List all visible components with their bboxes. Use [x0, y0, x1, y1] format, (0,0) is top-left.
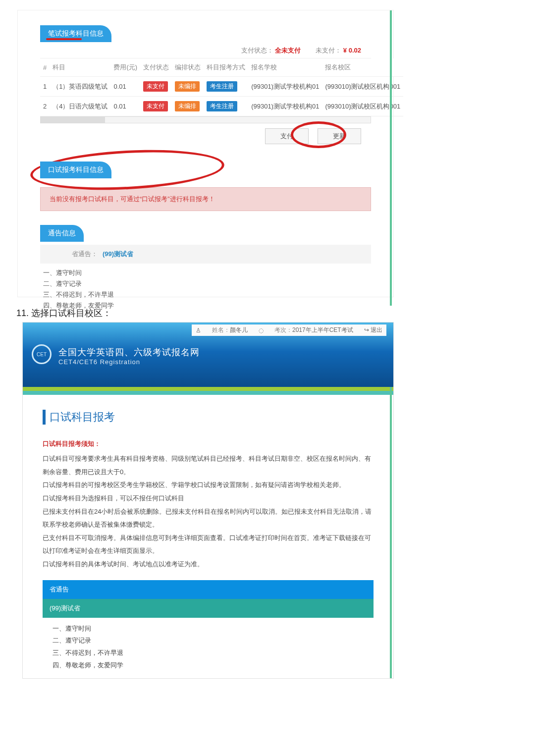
- rule-item: 二、遵守记录: [53, 635, 374, 647]
- scroll-indicator: [390, 10, 392, 306]
- pay-button[interactable]: 支付: [265, 128, 309, 144]
- unpaid-label: 未支付：: [316, 47, 341, 54]
- rule-item: 一、遵守时间: [43, 268, 371, 278]
- table-row: 2 （4）日语六级笔试 0.01 未支付 未编排 考生注册 (99301)测试学…: [40, 97, 403, 116]
- instr-line: 已报未支付科目在24小时后会被系统删除。已报未支付科目在报名时间内可以取消。如已…: [43, 505, 374, 532]
- rules-list: 一、遵守时间 二、遵守记录 三、不得迟到，不许早退 四、尊敬老师，友爱同学: [40, 264, 371, 311]
- table-header-row: # 科目 费用(元) 支付状态 编排状态 科目报考方式 报名学校 报名校区: [40, 58, 403, 77]
- pay-status-value: 全未支付: [275, 47, 301, 54]
- col-regway: 科目报考方式: [204, 58, 248, 77]
- col-fee: 费用(元): [110, 58, 140, 77]
- status-badge: 考生注册: [207, 81, 237, 92]
- instr-line: 口试报考科目为选报科目，可以不报任何口试科目: [43, 492, 374, 505]
- instr-line: 口试报考科目的具体考试时间、考试地点以准考证为准。: [43, 558, 374, 571]
- refresh-button[interactable]: 更新: [318, 128, 361, 144]
- rule-item: 三、不得迟到，不许早退: [43, 289, 371, 300]
- instr-line: 口试报考科目的可报考校区受考生学籍校区、学籍学校口试报考设置限制，如有疑问请咨询…: [43, 479, 374, 492]
- instr-line: 口试科目可报考要求考生具有科目报考资格、同级别笔试科目已经报考、科目考试日期非空…: [43, 452, 374, 479]
- status-badge: 未支付: [143, 81, 168, 92]
- pay-status-bar: 支付状态： 全未支付 未支付： ¥ 0.02: [40, 42, 371, 58]
- upper-screenshot: 笔试报考科目信息 支付状态： 全未支付 未支付： ¥ 0.02 # 科目 费用(…: [17, 10, 394, 297]
- instructions-heading: 口试科目报考须知：: [43, 439, 374, 448]
- exam-value: 2017年上半年CET考试: [292, 326, 353, 333]
- table-row: 1 （1）英语四级笔试 0.01 未支付 未编排 考生注册 (99301)测试学…: [40, 77, 403, 97]
- rule-item: 一、遵守时间: [53, 623, 374, 635]
- name-label: 姓名：: [212, 326, 230, 333]
- rule-item: 三、不得迟到，不许早退: [53, 647, 374, 659]
- lower-screenshot: ♙ 姓名：颜冬儿 ◌ 考次：2017年上半年CET考试 ↪ 退出 CET 全国大…: [22, 322, 394, 679]
- globe-icon: ◌: [259, 327, 264, 334]
- instr-line: 已支付科目不可取消报考。具体编排信息可到考生详细页面查看。口试准考证打印时间在首…: [43, 532, 374, 558]
- provincial-notice-value: (99)测试省: [103, 250, 133, 259]
- logout-link[interactable]: ↪ 退出: [364, 326, 382, 334]
- instructions-body: 口试科目可报考要求考生具有科目报考资格、同级别笔试科目已经报考、科目考试日期非空…: [43, 452, 374, 571]
- page-title: 口试科目报考: [43, 410, 374, 425]
- status-badge: 未编排: [175, 81, 200, 92]
- notice-section-tab: 通告信息: [40, 225, 84, 242]
- status-badge: 未支付: [143, 101, 168, 111]
- col-pay: 支付状态: [140, 58, 172, 77]
- provincial-notice-label: 省通告：: [72, 250, 98, 259]
- scrollbar-thumb[interactable]: [41, 117, 105, 123]
- oral-section-tab: 口试报考科目信息: [40, 162, 111, 178]
- top-status-bar: ♙ 姓名：颜冬儿 ◌ 考次：2017年上半年CET考试 ↪ 退出: [192, 324, 386, 336]
- oral-empty-alert: 当前没有报考口试科目，可通过“口试报考”进行科目报考！: [40, 187, 371, 211]
- step-caption: 11. 选择口试科目校区：: [16, 307, 111, 319]
- status-badge: 未编排: [175, 101, 200, 111]
- horizontal-scrollbar[interactable]: [40, 116, 371, 123]
- provincial-notice-subheader: (99)测试省: [43, 599, 374, 618]
- written-section-tab: 笔试报考科目信息: [40, 25, 111, 42]
- col-arrange: 编排状态: [172, 58, 204, 77]
- name-value: 颜冬儿: [230, 326, 248, 333]
- provincial-notice-header: 省通告: [43, 580, 374, 599]
- rules-list: 一、遵守时间 二、遵守记录 三、不得迟到，不许早退 四、尊敬老师，友爱同学: [43, 618, 374, 672]
- col-school: 报名学校: [248, 58, 322, 77]
- banner-title-en: CET4/CET6 Registration: [58, 358, 393, 366]
- status-badge: 考生注册: [207, 101, 237, 111]
- decor-strip: [23, 391, 393, 395]
- rule-item: 四、尊敬老师，友爱同学: [53, 659, 374, 672]
- exam-label: 考次：: [274, 326, 292, 333]
- banner-title-cn: 全国大学英语四、六级考试报名网: [58, 346, 393, 358]
- rule-item: 二、遵守记录: [43, 278, 371, 289]
- pay-status-label: 支付状态：: [241, 47, 273, 54]
- user-icon: ♙: [196, 327, 201, 334]
- decor-strip: [23, 387, 393, 391]
- provincial-notice-row: 省通告： (99)测试省: [40, 245, 371, 264]
- subjects-table: # 科目 费用(元) 支付状态 编排状态 科目报考方式 报名学校 报名校区 1 …: [40, 58, 403, 116]
- unpaid-value: ¥ 0.02: [343, 47, 361, 54]
- site-logo-icon: CET: [32, 344, 52, 364]
- col-subject: 科目: [50, 58, 110, 77]
- col-idx: #: [40, 58, 50, 77]
